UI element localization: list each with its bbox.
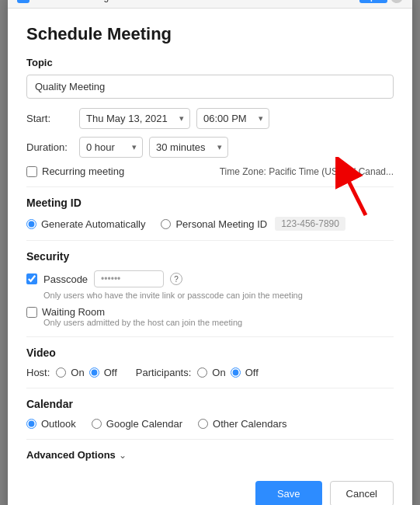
- waiting-room-text: Waiting Room: [42, 306, 105, 318]
- waiting-room-label[interactable]: Waiting Room: [26, 306, 394, 318]
- google-text: Google Calendar: [106, 418, 182, 430]
- host-on-label[interactable]: On: [56, 367, 84, 378]
- passcode-checkbox[interactable]: [26, 273, 37, 284]
- zoom-icon: [17, 0, 30, 3]
- start-date-wrap: Thu May 13, 2021: [79, 108, 190, 129]
- recurring-label: Recurring meeting: [42, 165, 124, 177]
- passcode-hint: Only users who have the invite link or p…: [43, 291, 394, 300]
- divider-1: [26, 186, 394, 187]
- personal-id-radio[interactable]: [161, 219, 171, 229]
- calendar-title: Calendar: [26, 398, 394, 410]
- participants-label: Participants:: [136, 367, 192, 378]
- host-on-radio[interactable]: [56, 367, 66, 378]
- participants-on-radio[interactable]: [197, 367, 207, 378]
- generate-auto-text: Generate Automatically: [41, 218, 145, 230]
- recurring-timezone-row: Recurring meeting Time Zone: Pacific Tim…: [26, 165, 394, 177]
- other-calendars-radio[interactable]: [198, 419, 208, 429]
- title-bar: Schedule meeting alphr ×: [8, 0, 412, 9]
- other-calendars-text: Other Calendars: [213, 418, 286, 430]
- participants-off-label[interactable]: Off: [231, 367, 259, 378]
- host-off-label[interactable]: Off: [89, 367, 117, 378]
- google-label[interactable]: Google Calendar: [92, 418, 182, 430]
- calendar-row: Outlook Google Calendar Other Calendars: [26, 418, 394, 430]
- start-time-wrap: 06:00 PM 06:30 PM 07:00 PM: [196, 108, 269, 129]
- other-calendars-label[interactable]: Other Calendars: [198, 418, 286, 430]
- divider-2: [26, 240, 394, 241]
- generate-auto-label[interactable]: Generate Automatically: [26, 218, 145, 230]
- host-label: Host:: [26, 367, 50, 378]
- save-button[interactable]: Save: [255, 481, 322, 505]
- title-bar-left: Schedule meeting: [17, 0, 109, 3]
- host-off-text: Off: [104, 367, 117, 378]
- meeting-id-title: Meeting ID: [26, 197, 394, 209]
- video-row: Host: On Off Participants:: [26, 367, 394, 378]
- security-title: Security: [26, 250, 394, 263]
- advanced-chevron-icon: ⌄: [119, 450, 127, 461]
- waiting-room-checkbox[interactable]: [26, 307, 37, 318]
- outlook-label[interactable]: Outlook: [26, 418, 76, 430]
- duration-row: Duration: 0 hour 1 hour 2 hours 0 minute…: [26, 137, 394, 158]
- personal-id-value: 123-456-7890: [275, 217, 345, 231]
- content-area: Schedule Meeting Topic Start: Thu May 13…: [8, 9, 412, 473]
- generate-auto-radio[interactable]: [26, 219, 36, 229]
- topic-input[interactable]: [26, 75, 394, 99]
- participants-off-text: Off: [245, 367, 259, 378]
- page-title: Schedule Meeting: [26, 24, 394, 44]
- personal-meeting-id-label[interactable]: Personal Meeting ID 123-456-7890: [161, 217, 345, 231]
- security-section: Passcode ? Only users who have the invit…: [26, 270, 394, 327]
- title-bar-right: alphr ×: [359, 0, 403, 3]
- schedule-meeting-window: Schedule meeting alphr × Schedule Meetin…: [8, 0, 412, 505]
- host-on-text: On: [71, 367, 84, 378]
- participants-on-label[interactable]: On: [197, 367, 225, 378]
- duration-hour-select[interactable]: 0 hour 1 hour 2 hours: [79, 137, 143, 158]
- participants-video-group: Participants: On Off: [136, 367, 259, 378]
- topic-label: Topic: [26, 57, 394, 68]
- cancel-button[interactable]: Cancel: [330, 481, 394, 505]
- close-button[interactable]: ×: [390, 0, 403, 3]
- meeting-id-radio-group: Generate Automatically Personal Meeting …: [26, 217, 394, 231]
- duration-label: Duration:: [26, 141, 73, 153]
- advanced-label: Advanced Options: [26, 449, 116, 461]
- recurring-checkbox[interactable]: [26, 166, 37, 177]
- duration-hour-wrap: 0 hour 1 hour 2 hours: [79, 137, 143, 158]
- outlook-text: Outlook: [41, 418, 76, 430]
- passcode-label: Passcode: [43, 273, 88, 285]
- recurring-checkbox-label[interactable]: Recurring meeting: [26, 165, 124, 177]
- timezone-text[interactable]: Time Zone: Pacific Time (US and Canad...: [220, 166, 394, 177]
- footer: Save Cancel: [8, 473, 412, 505]
- divider-3: [26, 336, 394, 337]
- google-radio[interactable]: [92, 419, 102, 429]
- start-time-select[interactable]: 06:00 PM 06:30 PM 07:00 PM: [196, 108, 269, 129]
- advanced-options-row[interactable]: Advanced Options ⌄: [26, 449, 394, 461]
- alphr-badge: alphr: [359, 0, 387, 3]
- divider-5: [26, 439, 394, 440]
- divider-4: [26, 388, 394, 388]
- personal-id-text: Personal Meeting ID: [175, 218, 267, 230]
- passcode-row: Passcode ?: [26, 270, 394, 287]
- participants-on-text: On: [212, 367, 225, 378]
- participants-on-off: On Off: [197, 367, 258, 378]
- start-row: Start: Thu May 13, 2021 06:00 PM 06:30 P…: [26, 108, 394, 129]
- video-title: Video: [26, 347, 394, 359]
- start-date-select[interactable]: Thu May 13, 2021: [79, 108, 190, 129]
- outlook-radio[interactable]: [26, 419, 36, 429]
- waiting-room-hint: Only users admitted by the host can join…: [43, 318, 394, 327]
- start-label: Start:: [26, 113, 73, 124]
- duration-minute-wrap: 0 minutes 15 minutes 30 minutes 45 minut…: [149, 137, 228, 158]
- host-video-group: Host: On Off: [26, 367, 117, 378]
- duration-minute-select[interactable]: 0 minutes 15 minutes 30 minutes 45 minut…: [149, 137, 228, 158]
- help-icon[interactable]: ?: [170, 273, 182, 285]
- window-title: Schedule meeting: [34, 0, 109, 2]
- participants-off-radio[interactable]: [231, 367, 241, 378]
- host-off-radio[interactable]: [89, 367, 99, 378]
- host-on-off: On Off: [56, 367, 116, 378]
- passcode-input[interactable]: [94, 270, 164, 287]
